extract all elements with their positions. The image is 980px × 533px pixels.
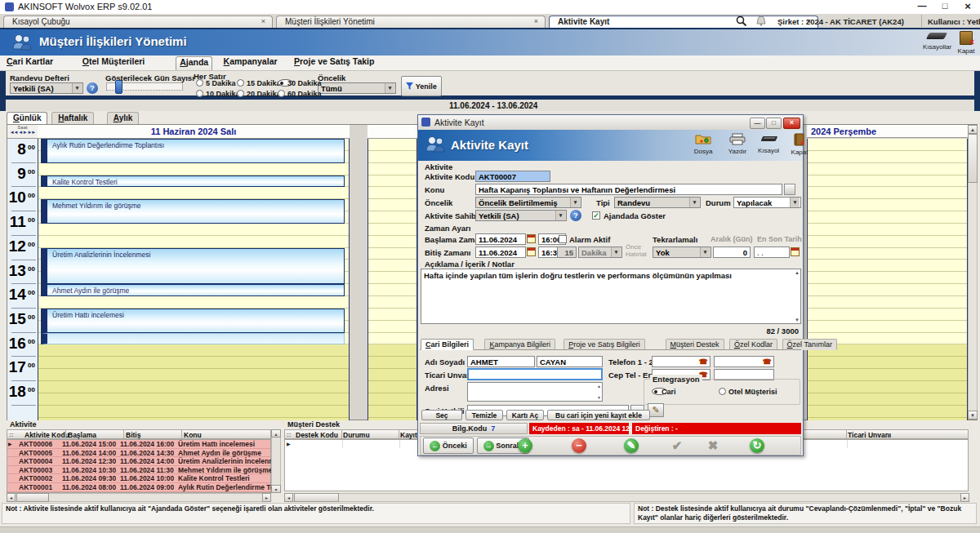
time-slot[interactable]: [38, 224, 349, 236]
activity-vscrollbar[interactable]: [271, 429, 281, 493]
time-slot[interactable]: [368, 151, 416, 163]
time-slot[interactable]: [38, 357, 349, 369]
dialog-toolbar-kapat[interactable]: ×Kapat: [784, 133, 815, 159]
time-slot[interactable]: [368, 357, 416, 369]
konu-input[interactable]: Hafta Kapanış Toplantısı ve Haftanın Değ…: [475, 184, 782, 195]
adresi-textarea[interactable]: ▲ ▼: [467, 382, 603, 402]
scroll-left-icon[interactable]: ◄: [7, 493, 16, 502]
baslama-date-input[interactable]: 11.06.2024: [475, 233, 526, 245]
support-hscrollbar[interactable]: [284, 493, 969, 502]
day-column-1[interactable]: Aylık Rutin Değerlendirme ToplantısıKali…: [38, 139, 350, 420]
telefon2-input[interactable]: ☎: [714, 356, 774, 367]
radio-10-dakika[interactable]: [196, 90, 203, 97]
dialog-tab-cari-bilgileri[interactable]: Cari Bilgileri: [421, 339, 474, 350]
time-slot[interactable]: [368, 284, 416, 296]
window-maximize-icon[interactable]: □: [936, 1, 954, 13]
calendar-vscroll-thumb[interactable]: [968, 134, 978, 183]
aciklama-textarea[interactable]: Hafta içinde yapılan tüm işlerin doğru t…: [421, 269, 801, 324]
edit-record-icon[interactable]: ✎: [624, 438, 639, 453]
time-slot[interactable]: [808, 406, 967, 418]
time-slot[interactable]: [38, 381, 349, 393]
menu-item-ajanda[interactable]: Ajanda: [176, 56, 212, 70]
time-slot[interactable]: [808, 175, 967, 188]
aralik-gun-input[interactable]: 0: [713, 247, 751, 258]
radio-5-dakika[interactable]: [196, 79, 203, 87]
scroll-up-icon[interactable]: ▲: [597, 384, 601, 389]
delete-record-icon[interactable]: −: [572, 438, 586, 453]
time-slot[interactable]: [368, 406, 416, 418]
time-slot[interactable]: [368, 199, 416, 211]
time-slot[interactable]: [368, 393, 416, 406]
previous-record-button[interactable]: ← Önceki: [423, 438, 474, 454]
scroll-down-icon[interactable]: ▼: [968, 411, 978, 420]
time-slot[interactable]: [808, 236, 967, 248]
calendar-event[interactable]: Kalite Kontrol Testleri: [41, 175, 345, 188]
dialog-toolbar-yazdr[interactable]: Yazdır: [722, 133, 753, 159]
oncelik-select[interactable]: Tümü▾: [318, 82, 396, 94]
tab-close-icon[interactable]: ×: [261, 17, 265, 25]
menu-item-otel-m-terileri[interactable]: Otel Müşterileri: [79, 56, 148, 69]
time-slot[interactable]: [808, 248, 967, 260]
scroll-down-icon[interactable]: ▼: [271, 485, 281, 493]
help-icon[interactable]: ?: [570, 210, 581, 221]
column-header-4[interactable]: Konu: [184, 431, 202, 439]
module-close-button[interactable]: × Kapat: [954, 29, 978, 54]
time-slot[interactable]: [808, 139, 967, 151]
time-slot[interactable]: [38, 393, 349, 406]
hscroll-thumb[interactable]: [16, 493, 49, 502]
window-minimize-icon[interactable]: —: [913, 1, 931, 13]
time-slot[interactable]: [368, 236, 416, 248]
time-slot[interactable]: [808, 224, 967, 236]
calendar-event[interactable]: Üretim Hattı incelemesi: [41, 309, 345, 333]
durum-select[interactable]: Yapılacak▾: [733, 197, 801, 208]
post-record-icon[interactable]: ✔: [670, 438, 684, 453]
menu-item-kampanyalar[interactable]: Kampanyalar: [220, 56, 281, 69]
calendar-event[interactable]: Aylık Rutin Değerlendirme Toplantısı: [41, 139, 345, 163]
time-slot[interactable]: [808, 260, 967, 273]
time-slot[interactable]: [368, 211, 416, 224]
refresh-button[interactable]: Yenile: [401, 76, 442, 96]
time-slot[interactable]: [808, 357, 967, 369]
add-record-icon[interactable]: +: [518, 438, 532, 453]
time-slot[interactable]: [368, 309, 416, 321]
ticari-unvan-input[interactable]: [467, 368, 603, 380]
table-row[interactable]: ▶AKT0000611.06.2024 15:0011.06.2024 16:0…: [7, 440, 270, 449]
scroll-right-icon[interactable]: ►: [960, 493, 969, 502]
column-header-2[interactable]: Başlama: [68, 431, 96, 439]
time-slot[interactable]: [38, 344, 349, 357]
en-son-tarih-input[interactable]: . .: [754, 247, 790, 258]
column-header-4[interactable]: Ticari Unvanı: [848, 431, 891, 439]
calendar-icon[interactable]: [527, 247, 536, 256]
scroll-down-icon[interactable]: ▼: [795, 318, 800, 322]
time-slot[interactable]: [368, 187, 416, 199]
time-slot[interactable]: [38, 406, 349, 418]
bitis-date-input[interactable]: 11.06.2024: [475, 247, 526, 258]
scroll-left-icon[interactable]: ◄: [284, 493, 293, 502]
time-slot[interactable]: [368, 248, 416, 260]
time-slot[interactable]: [808, 381, 967, 393]
day-column-2[interactable]: [368, 139, 417, 420]
edit-pencil-icon[interactable]: ✎: [648, 403, 664, 417]
time-slot[interactable]: [808, 163, 967, 175]
time-slot[interactable]: [368, 321, 416, 333]
menu-item-proje-ve-sat-takip[interactable]: Proje ve Satış Takip: [291, 56, 377, 69]
randevu-defteri-select[interactable]: Yetkili (SA)▾: [10, 82, 83, 94]
shortcuts-button[interactable]: Kısayollar: [923, 29, 950, 54]
time-slot[interactable]: [808, 211, 967, 224]
tab-close-icon[interactable]: ×: [534, 17, 538, 25]
day-column-3[interactable]: [807, 139, 968, 420]
time-slot[interactable]: [368, 272, 416, 284]
time-slot[interactable]: [808, 321, 967, 333]
calendar-event[interactable]: Üretim Analizlerinin İncelenmesi: [41, 248, 345, 285]
cancel-record-icon[interactable]: ✖: [706, 438, 720, 453]
time-slot[interactable]: [38, 236, 349, 248]
dialog-tab--zel-tan-mlar[interactable]: Özel Tanımlar: [782, 339, 837, 350]
time-slot[interactable]: [808, 296, 967, 309]
time-slot[interactable]: [368, 381, 416, 393]
table-row[interactable]: AKT0000411.06.2024 12:3011.06.2024 14:00…: [7, 457, 270, 466]
ajanda-goster-checkbox[interactable]: ✓: [592, 211, 600, 220]
aktivite-kodu-input[interactable]: AKT00007: [475, 171, 550, 182]
search-icon[interactable]: [736, 16, 747, 27]
konu-more-button[interactable]: [784, 184, 795, 195]
radio-60-dakika[interactable]: [278, 90, 285, 97]
